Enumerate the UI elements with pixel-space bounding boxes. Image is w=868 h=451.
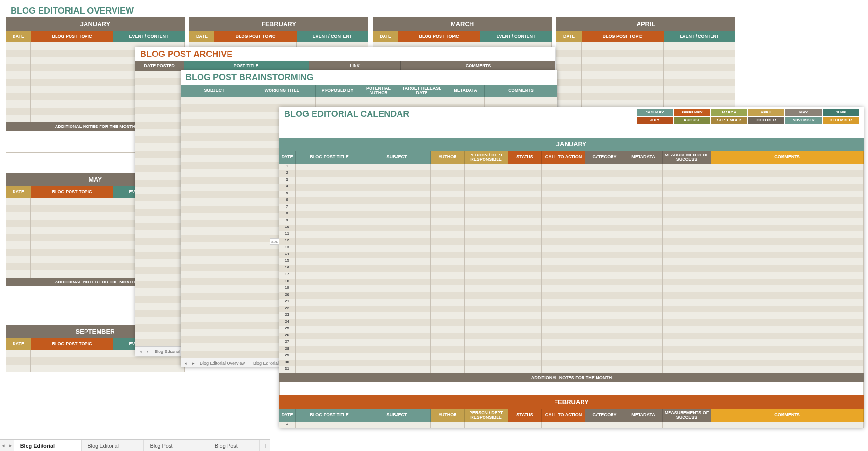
- table-row[interactable]: [556, 57, 735, 64]
- col-author: AUTHOR: [431, 409, 465, 422]
- calendar-row[interactable]: 21: [279, 299, 864, 306]
- month-tab-september[interactable]: SEPTEMBER: [711, 117, 747, 124]
- tab-nav-next-icon[interactable]: ▸: [7, 442, 14, 449]
- col-cta: CALL TO ACTION: [542, 409, 585, 422]
- calendar-row[interactable]: 29: [279, 353, 864, 360]
- month-tab-may[interactable]: MAY: [785, 109, 822, 116]
- mini-tab[interactable]: Blog Editorial Overview: [196, 361, 249, 366]
- col-topic: BLOG POST TOPIC: [31, 31, 113, 42]
- calendar-row[interactable]: 30: [279, 360, 864, 366]
- month-title: MARCH: [373, 17, 552, 31]
- calendar-row[interactable]: 15: [279, 258, 864, 265]
- col-title: BLOG POST TITLE: [296, 409, 363, 422]
- month-tab-january[interactable]: JANUARY: [637, 109, 673, 116]
- table-row[interactable]: [556, 86, 735, 93]
- table-row[interactable]: [6, 357, 185, 365]
- calendar-row[interactable]: 11: [279, 231, 864, 238]
- calendar-row[interactable]: 12: [279, 238, 864, 245]
- calendar-row[interactable]: 6: [279, 197, 864, 204]
- calendar-row[interactable]: 3: [279, 177, 864, 184]
- aps-tag: aps: [270, 238, 279, 245]
- calendar-row[interactable]: 18: [279, 279, 864, 285]
- calendar-row[interactable]: 31: [279, 366, 864, 373]
- month-tab-june[interactable]: JUNE: [823, 109, 859, 116]
- calendar-row[interactable]: 5: [279, 191, 864, 197]
- sheet-tab-brainstorm[interactable]: Blog Post Brainstorming: [144, 440, 209, 451]
- calendar-row[interactable]: 28: [279, 346, 864, 353]
- month-title: FEBRUARY: [189, 17, 368, 31]
- month-tab-august[interactable]: AUGUST: [674, 117, 710, 124]
- table-row[interactable]: [556, 79, 735, 86]
- col-comments: COMMENTS: [711, 409, 864, 422]
- tab-nav-prev-icon[interactable]: ◂: [0, 442, 7, 449]
- col-comments: COMMENTS: [485, 85, 557, 97]
- brainstorm-title: BLOG POST BRAINSTORMING: [181, 70, 557, 85]
- col-topic: BLOG POST TOPIC: [582, 31, 664, 42]
- col-event: EVENT / CONTENT: [297, 31, 368, 42]
- col-event: EVENT / CONTENT: [664, 31, 735, 42]
- calendar-row[interactable]: 1: [279, 164, 864, 170]
- col-person-dept: PERSON / DEPT RESPONSIBLE: [465, 409, 508, 422]
- sheet-tab-overview[interactable]: Blog Editorial Overview: [14, 440, 82, 451]
- month-tab-december[interactable]: DECEMBER: [823, 117, 859, 124]
- calendar-row[interactable]: 17: [279, 272, 864, 279]
- calendar-row[interactable]: 20: [279, 292, 864, 299]
- calendar-row[interactable]: 16: [279, 265, 864, 272]
- calendar-row[interactable]: 2: [279, 170, 864, 177]
- calendar-row[interactable]: 23: [279, 312, 864, 319]
- col-person-dept: PERSON / DEPT RESPONSIBLE: [465, 151, 508, 164]
- col-potential-author: POTENTIAL AUTHOR: [359, 85, 398, 97]
- month-tab-november[interactable]: NOVEMBER: [785, 117, 822, 124]
- month-tab-july[interactable]: JULY: [637, 117, 673, 124]
- calendar-row[interactable]: 26: [279, 333, 864, 339]
- col-comments: COMMENTS: [401, 61, 555, 71]
- table-row[interactable]: [556, 93, 735, 100]
- col-date: DATE: [373, 31, 398, 42]
- calendar-row[interactable]: 27: [279, 339, 864, 346]
- tab-nav-next-icon[interactable]: ▸: [188, 361, 196, 366]
- col-subject: SUBJECT: [363, 151, 431, 164]
- table-row[interactable]: [6, 365, 185, 372]
- calendar-row[interactable]: 1: [279, 422, 864, 428]
- col-comments: COMMENTS: [711, 151, 864, 164]
- col-topic: BLOG POST TOPIC: [398, 31, 480, 42]
- sheet-tab-archive[interactable]: Blog Post Archive: [209, 440, 260, 451]
- col-author: AUTHOR: [431, 151, 465, 164]
- calendar-row[interactable]: 25: [279, 326, 864, 333]
- calendar-row[interactable]: 13: [279, 245, 864, 252]
- tab-nav-next-icon[interactable]: ▸: [143, 349, 151, 354]
- calendar-row[interactable]: 14: [279, 252, 864, 258]
- add-sheet-icon[interactable]: +: [260, 442, 270, 450]
- calendar-month-header: JANUARY: [279, 138, 864, 151]
- col-working-title: WORKING TITLE: [248, 85, 316, 97]
- col-topic: BLOG POST TOPIC: [31, 186, 113, 198]
- sheet-tab-calendar[interactable]: Blog Editorial Calendar: [82, 440, 144, 451]
- calendar-notes-area[interactable]: [279, 382, 864, 395]
- calendar-row[interactable]: 10: [279, 225, 864, 231]
- tab-nav-prev-icon[interactable]: ◂: [135, 349, 143, 354]
- month-tab-october[interactable]: OCTOBER: [748, 117, 784, 124]
- calendar-row[interactable]: 19: [279, 285, 864, 292]
- col-date: DATE: [556, 31, 582, 42]
- table-row[interactable]: [556, 64, 735, 71]
- calendar-row[interactable]: 4: [279, 184, 864, 191]
- col-measurements: MEASUREMENTS OF SUCCESS: [663, 409, 711, 422]
- table-row[interactable]: [556, 42, 735, 50]
- table-row[interactable]: [556, 50, 735, 57]
- month-tab-april[interactable]: APRIL: [748, 109, 784, 116]
- calendar-row[interactable]: 22: [279, 306, 864, 312]
- calendar-row[interactable]: 8: [279, 211, 864, 218]
- archive-title: BLOG POST ARCHIVE: [135, 47, 555, 61]
- month-title: APRIL: [556, 17, 735, 31]
- table-row[interactable]: [556, 100, 735, 108]
- month-tab-february[interactable]: FEBRUARY: [674, 109, 710, 116]
- calendar-row[interactable]: 9: [279, 218, 864, 225]
- calendar-row[interactable]: 7: [279, 204, 864, 211]
- calendar-row[interactable]: 24: [279, 319, 864, 326]
- col-measurements: MEASUREMENTS OF SUCCESS: [663, 151, 711, 164]
- table-row[interactable]: [181, 97, 557, 104]
- tab-nav-prev-icon[interactable]: ◂: [181, 361, 188, 366]
- month-tab-march[interactable]: MARCH: [711, 109, 747, 116]
- col-event: EVENT / CONTENT: [480, 31, 552, 42]
- table-row[interactable]: [556, 71, 735, 79]
